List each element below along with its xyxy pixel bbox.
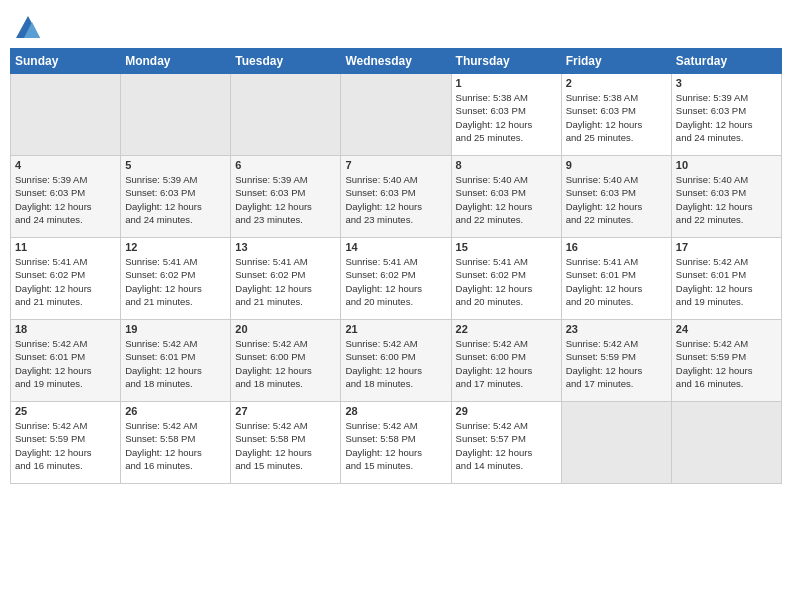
calendar-cell: 10 Sunrise: 5:40 AMSunset: 6:03 PMDaylig… [671,156,781,238]
calendar-cell: 8 Sunrise: 5:40 AMSunset: 6:03 PMDayligh… [451,156,561,238]
calendar-cell: 13 Sunrise: 5:41 AMSunset: 6:02 PMDaylig… [231,238,341,320]
calendar-cell: 17 Sunrise: 5:42 AMSunset: 6:01 PMDaylig… [671,238,781,320]
cell-info: Sunrise: 5:39 AMSunset: 6:03 PMDaylight:… [235,173,336,226]
day-number: 11 [15,241,116,253]
weekday-header-row: SundayMondayTuesdayWednesdayThursdayFrid… [11,49,782,74]
calendar-cell [561,402,671,484]
day-number: 17 [676,241,777,253]
cell-info: Sunrise: 5:40 AMSunset: 6:03 PMDaylight:… [345,173,446,226]
cell-info: Sunrise: 5:41 AMSunset: 6:02 PMDaylight:… [456,255,557,308]
calendar-cell: 7 Sunrise: 5:40 AMSunset: 6:03 PMDayligh… [341,156,451,238]
day-number: 8 [456,159,557,171]
day-number: 21 [345,323,446,335]
calendar-cell: 11 Sunrise: 5:41 AMSunset: 6:02 PMDaylig… [11,238,121,320]
weekday-header-saturday: Saturday [671,49,781,74]
day-number: 13 [235,241,336,253]
cell-info: Sunrise: 5:38 AMSunset: 6:03 PMDaylight:… [456,91,557,144]
cell-info: Sunrise: 5:42 AMSunset: 6:01 PMDaylight:… [15,337,116,390]
cell-info: Sunrise: 5:42 AMSunset: 5:58 PMDaylight:… [345,419,446,472]
calendar-cell [231,74,341,156]
calendar-cell [341,74,451,156]
cell-info: Sunrise: 5:38 AMSunset: 6:03 PMDaylight:… [566,91,667,144]
calendar-cell: 25 Sunrise: 5:42 AMSunset: 5:59 PMDaylig… [11,402,121,484]
cell-info: Sunrise: 5:42 AMSunset: 5:58 PMDaylight:… [235,419,336,472]
calendar-cell: 23 Sunrise: 5:42 AMSunset: 5:59 PMDaylig… [561,320,671,402]
calendar-cell: 3 Sunrise: 5:39 AMSunset: 6:03 PMDayligh… [671,74,781,156]
cell-info: Sunrise: 5:42 AMSunset: 5:59 PMDaylight:… [676,337,777,390]
calendar-cell: 5 Sunrise: 5:39 AMSunset: 6:03 PMDayligh… [121,156,231,238]
day-number: 24 [676,323,777,335]
cell-info: Sunrise: 5:42 AMSunset: 5:59 PMDaylight:… [566,337,667,390]
cell-info: Sunrise: 5:41 AMSunset: 6:02 PMDaylight:… [15,255,116,308]
week-row-3: 11 Sunrise: 5:41 AMSunset: 6:02 PMDaylig… [11,238,782,320]
weekday-header-sunday: Sunday [11,49,121,74]
day-number: 15 [456,241,557,253]
weekday-header-monday: Monday [121,49,231,74]
calendar-cell: 24 Sunrise: 5:42 AMSunset: 5:59 PMDaylig… [671,320,781,402]
day-number: 7 [345,159,446,171]
cell-info: Sunrise: 5:42 AMSunset: 6:00 PMDaylight:… [345,337,446,390]
calendar-cell: 1 Sunrise: 5:38 AMSunset: 6:03 PMDayligh… [451,74,561,156]
cell-info: Sunrise: 5:39 AMSunset: 6:03 PMDaylight:… [676,91,777,144]
calendar-cell: 18 Sunrise: 5:42 AMSunset: 6:01 PMDaylig… [11,320,121,402]
calendar-cell: 9 Sunrise: 5:40 AMSunset: 6:03 PMDayligh… [561,156,671,238]
calendar-cell: 20 Sunrise: 5:42 AMSunset: 6:00 PMDaylig… [231,320,341,402]
calendar-cell: 16 Sunrise: 5:41 AMSunset: 6:01 PMDaylig… [561,238,671,320]
day-number: 26 [125,405,226,417]
calendar-cell: 15 Sunrise: 5:41 AMSunset: 6:02 PMDaylig… [451,238,561,320]
cell-info: Sunrise: 5:39 AMSunset: 6:03 PMDaylight:… [15,173,116,226]
day-number: 22 [456,323,557,335]
weekday-header-friday: Friday [561,49,671,74]
day-number: 6 [235,159,336,171]
calendar-cell: 29 Sunrise: 5:42 AMSunset: 5:57 PMDaylig… [451,402,561,484]
cell-info: Sunrise: 5:41 AMSunset: 6:01 PMDaylight:… [566,255,667,308]
logo-icon [14,14,42,42]
cell-info: Sunrise: 5:41 AMSunset: 6:02 PMDaylight:… [125,255,226,308]
calendar-cell: 4 Sunrise: 5:39 AMSunset: 6:03 PMDayligh… [11,156,121,238]
calendar-cell: 14 Sunrise: 5:41 AMSunset: 6:02 PMDaylig… [341,238,451,320]
week-row-1: 1 Sunrise: 5:38 AMSunset: 6:03 PMDayligh… [11,74,782,156]
day-number: 10 [676,159,777,171]
logo [14,14,46,42]
day-number: 28 [345,405,446,417]
week-row-5: 25 Sunrise: 5:42 AMSunset: 5:59 PMDaylig… [11,402,782,484]
day-number: 4 [15,159,116,171]
calendar-cell [671,402,781,484]
day-number: 14 [345,241,446,253]
calendar-cell: 6 Sunrise: 5:39 AMSunset: 6:03 PMDayligh… [231,156,341,238]
calendar-cell: 26 Sunrise: 5:42 AMSunset: 5:58 PMDaylig… [121,402,231,484]
week-row-2: 4 Sunrise: 5:39 AMSunset: 6:03 PMDayligh… [11,156,782,238]
calendar-cell: 12 Sunrise: 5:41 AMSunset: 6:02 PMDaylig… [121,238,231,320]
cell-info: Sunrise: 5:39 AMSunset: 6:03 PMDaylight:… [125,173,226,226]
day-number: 29 [456,405,557,417]
cell-info: Sunrise: 5:42 AMSunset: 6:01 PMDaylight:… [125,337,226,390]
cell-info: Sunrise: 5:42 AMSunset: 6:00 PMDaylight:… [456,337,557,390]
day-number: 9 [566,159,667,171]
day-number: 23 [566,323,667,335]
calendar-cell: 2 Sunrise: 5:38 AMSunset: 6:03 PMDayligh… [561,74,671,156]
day-number: 12 [125,241,226,253]
page-header [10,10,782,42]
calendar-cell: 27 Sunrise: 5:42 AMSunset: 5:58 PMDaylig… [231,402,341,484]
cell-info: Sunrise: 5:42 AMSunset: 6:00 PMDaylight:… [235,337,336,390]
day-number: 3 [676,77,777,89]
cell-info: Sunrise: 5:41 AMSunset: 6:02 PMDaylight:… [345,255,446,308]
calendar-cell: 22 Sunrise: 5:42 AMSunset: 6:00 PMDaylig… [451,320,561,402]
cell-info: Sunrise: 5:40 AMSunset: 6:03 PMDaylight:… [566,173,667,226]
calendar-cell: 28 Sunrise: 5:42 AMSunset: 5:58 PMDaylig… [341,402,451,484]
calendar-cell [121,74,231,156]
calendar-cell: 19 Sunrise: 5:42 AMSunset: 6:01 PMDaylig… [121,320,231,402]
weekday-header-tuesday: Tuesday [231,49,341,74]
cell-info: Sunrise: 5:42 AMSunset: 5:59 PMDaylight:… [15,419,116,472]
day-number: 20 [235,323,336,335]
calendar-cell: 21 Sunrise: 5:42 AMSunset: 6:00 PMDaylig… [341,320,451,402]
cell-info: Sunrise: 5:41 AMSunset: 6:02 PMDaylight:… [235,255,336,308]
day-number: 18 [15,323,116,335]
cell-info: Sunrise: 5:40 AMSunset: 6:03 PMDaylight:… [456,173,557,226]
cell-info: Sunrise: 5:42 AMSunset: 5:58 PMDaylight:… [125,419,226,472]
day-number: 25 [15,405,116,417]
weekday-header-thursday: Thursday [451,49,561,74]
day-number: 1 [456,77,557,89]
day-number: 27 [235,405,336,417]
cell-info: Sunrise: 5:42 AMSunset: 5:57 PMDaylight:… [456,419,557,472]
